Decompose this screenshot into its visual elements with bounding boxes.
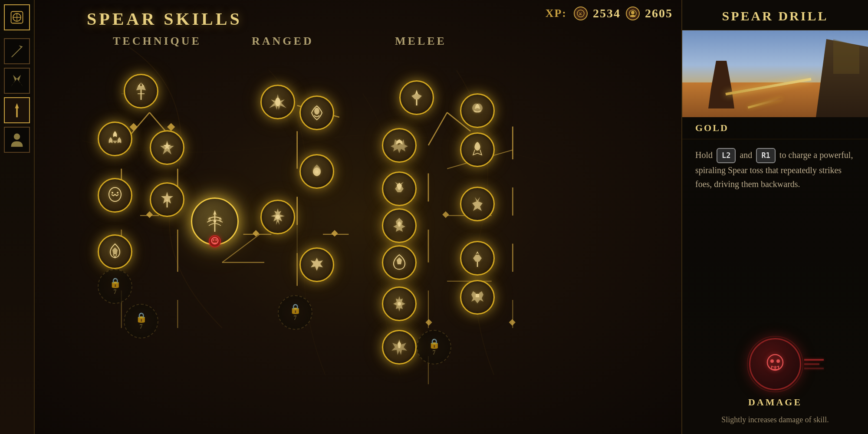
skill-node-ranged-3[interactable] <box>299 154 334 189</box>
category-melee: MELEE <box>395 35 447 48</box>
skill-node-technique-5[interactable] <box>150 182 184 217</box>
skill-node-technique-3[interactable] <box>150 130 184 165</box>
skill-node-ranged-4[interactable] <box>299 247 334 282</box>
svg-point-55 <box>213 239 214 241</box>
sidebar-item-character[interactable] <box>4 127 30 153</box>
detail-image <box>682 30 868 117</box>
svg-rect-22 <box>253 230 259 237</box>
skill-node-melee-1[interactable] <box>399 80 434 115</box>
skill-node-melee-11[interactable] <box>460 280 495 315</box>
lock-icon-2: 🔒 <box>135 312 147 323</box>
xp-icon-2 <box>626 7 640 20</box>
detail-description: Hold L2 and R1 to charge a powerful, spi… <box>682 139 868 332</box>
svg-point-56 <box>215 239 217 241</box>
skill-node-melee-7[interactable] <box>382 208 417 243</box>
lock-node-ranged-bottom[interactable]: 🔒 7 <box>278 295 312 330</box>
skill-node-ranged-2[interactable] <box>299 95 334 130</box>
sidebar-item-emblem[interactable] <box>4 4 30 30</box>
svg-rect-39 <box>425 319 432 326</box>
svg-rect-14 <box>146 211 153 218</box>
svg-point-64 <box>770 359 774 363</box>
xp-display: XP: ⚔ 2534 2605 <box>546 7 673 20</box>
svg-point-46 <box>631 11 635 14</box>
skill-node-technique-2[interactable] <box>98 122 132 156</box>
detail-panel: SPEAR DRILL GOLD Hold L2 and R1 to charg… <box>681 0 868 434</box>
skill-node-technique-4[interactable] <box>98 178 132 213</box>
skull-icon <box>762 351 788 377</box>
svg-rect-24 <box>331 230 338 237</box>
svg-rect-38 <box>442 211 449 218</box>
sidebar-item-blades[interactable] <box>4 68 30 94</box>
svg-point-58 <box>315 170 319 174</box>
skill-node-melee-5[interactable] <box>382 171 417 206</box>
svg-point-63 <box>767 355 783 370</box>
svg-text:⚔: ⚔ <box>579 12 583 16</box>
xp-icon-1: ⚔ <box>574 7 588 20</box>
skill-node-melee-4[interactable] <box>460 132 495 167</box>
svg-point-62 <box>398 302 401 306</box>
death-marker <box>209 235 221 247</box>
category-technique: TECHNIQUE <box>113 35 201 48</box>
lock-node-technique-mid[interactable]: 🔒 7 <box>98 269 132 304</box>
detail-quality: GOLD <box>682 117 868 139</box>
xp-value-1: 2534 <box>593 7 621 20</box>
detail-title: SPEAR DRILL <box>695 9 855 23</box>
svg-rect-40 <box>509 319 516 326</box>
svg-rect-6 <box>167 123 175 131</box>
skill-node-melee-6[interactable] <box>460 187 495 221</box>
lock-level: 7 <box>114 289 117 296</box>
sidebar-item-axe[interactable] <box>4 38 30 64</box>
lock-node-technique-bottom[interactable]: 🔒 7 <box>124 304 158 339</box>
skill-node-melee-2[interactable] <box>460 93 495 128</box>
detail-damage-section: DAMAGE Slightly increases damage of skil… <box>682 332 868 434</box>
lock-level-3: 7 <box>294 315 297 322</box>
svg-point-50 <box>112 192 113 194</box>
skill-node-melee-12[interactable] <box>382 330 417 365</box>
lock-icon-4: 🔒 <box>428 338 440 349</box>
skill-node-ranged-1[interactable] <box>260 85 295 119</box>
skill-node-melee-10[interactable] <box>382 286 417 321</box>
damage-description: Slightly increases damage of skill. <box>721 414 829 425</box>
lock-node-melee-bottom[interactable]: 🔒 7 <box>417 330 451 365</box>
svg-point-51 <box>117 192 118 194</box>
skill-node-technique-1[interactable] <box>124 74 158 108</box>
skill-tree-area: SPEAR SKILLS XP: ⚔ 2534 2605 TECHNIQUE R… <box>35 0 681 434</box>
svg-point-59 <box>276 215 280 219</box>
svg-point-65 <box>776 359 780 363</box>
skill-node-melee-3[interactable] <box>382 128 417 163</box>
svg-line-26 <box>428 112 447 145</box>
lock-icon: 🔒 <box>109 277 121 289</box>
skill-node-spear-drill[interactable] <box>191 197 239 245</box>
xp-label: XP: <box>546 7 567 20</box>
skill-node-melee-8[interactable] <box>460 241 495 276</box>
category-ranged: RANGED <box>252 35 314 48</box>
page-title: SPEAR SKILLS <box>87 9 242 29</box>
damage-circle <box>749 338 801 390</box>
and-text: and <box>740 150 752 160</box>
r1-button-badge: R1 <box>756 148 775 163</box>
damage-label: DAMAGE <box>748 397 802 408</box>
svg-point-53 <box>214 220 216 223</box>
xp-value-2: 2605 <box>645 7 673 20</box>
svg-point-2 <box>14 134 20 140</box>
sidebar <box>0 0 35 434</box>
svg-rect-5 <box>130 123 138 131</box>
skill-node-ranged-center[interactable] <box>260 200 295 234</box>
skill-node-technique-6[interactable] <box>98 234 132 269</box>
sidebar-item-spear[interactable] <box>4 97 30 123</box>
skill-node-melee-9[interactable] <box>382 245 417 280</box>
svg-point-57 <box>275 98 280 106</box>
l2-button-badge: L2 <box>717 148 736 163</box>
lock-level-2: 7 <box>140 323 143 330</box>
lock-level-4: 7 <box>433 349 436 356</box>
lock-icon-3: 🔒 <box>289 303 301 315</box>
detail-header: SPEAR DRILL <box>682 0 868 30</box>
skill-connectors <box>35 0 681 434</box>
